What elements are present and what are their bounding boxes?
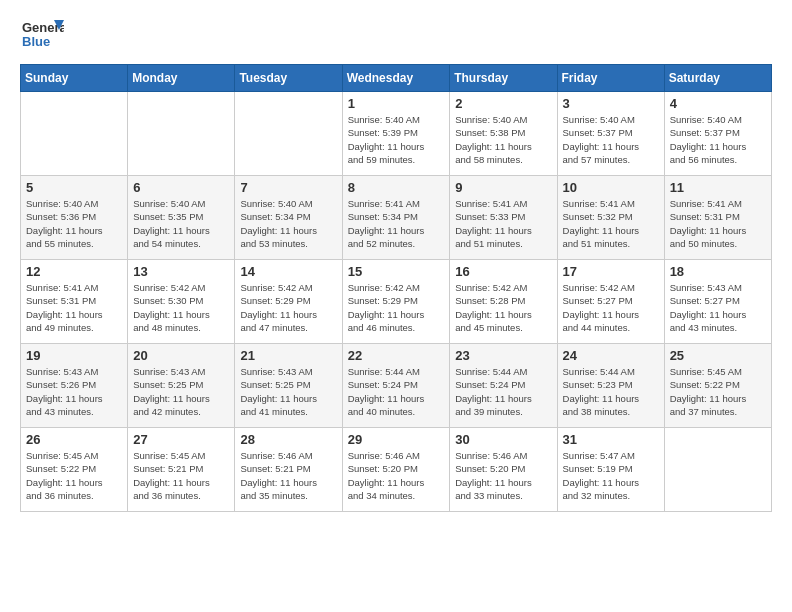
calendar-cell: 7Sunrise: 5:40 AM Sunset: 5:34 PM Daylig… — [235, 176, 342, 260]
day-info: Sunrise: 5:42 AM Sunset: 5:28 PM Dayligh… — [455, 281, 551, 334]
day-header-saturday: Saturday — [664, 65, 771, 92]
calendar-cell: 2Sunrise: 5:40 AM Sunset: 5:38 PM Daylig… — [450, 92, 557, 176]
calendar-cell — [235, 92, 342, 176]
day-header-tuesday: Tuesday — [235, 65, 342, 92]
day-number: 1 — [348, 96, 445, 111]
day-info: Sunrise: 5:43 AM Sunset: 5:25 PM Dayligh… — [133, 365, 229, 418]
day-number: 23 — [455, 348, 551, 363]
day-number: 31 — [563, 432, 659, 447]
day-info: Sunrise: 5:41 AM Sunset: 5:32 PM Dayligh… — [563, 197, 659, 250]
calendar-week-1: 5Sunrise: 5:40 AM Sunset: 5:36 PM Daylig… — [21, 176, 772, 260]
calendar-cell: 11Sunrise: 5:41 AM Sunset: 5:31 PM Dayli… — [664, 176, 771, 260]
day-info: Sunrise: 5:43 AM Sunset: 5:26 PM Dayligh… — [26, 365, 122, 418]
calendar-cell: 20Sunrise: 5:43 AM Sunset: 5:25 PM Dayli… — [128, 344, 235, 428]
day-info: Sunrise: 5:42 AM Sunset: 5:30 PM Dayligh… — [133, 281, 229, 334]
day-info: Sunrise: 5:42 AM Sunset: 5:29 PM Dayligh… — [240, 281, 336, 334]
day-number: 4 — [670, 96, 766, 111]
calendar-cell: 14Sunrise: 5:42 AM Sunset: 5:29 PM Dayli… — [235, 260, 342, 344]
day-info: Sunrise: 5:45 AM Sunset: 5:21 PM Dayligh… — [133, 449, 229, 502]
calendar-cell — [21, 92, 128, 176]
calendar-cell: 27Sunrise: 5:45 AM Sunset: 5:21 PM Dayli… — [128, 428, 235, 512]
calendar-cell — [128, 92, 235, 176]
day-info: Sunrise: 5:44 AM Sunset: 5:23 PM Dayligh… — [563, 365, 659, 418]
day-number: 10 — [563, 180, 659, 195]
calendar-cell: 31Sunrise: 5:47 AM Sunset: 5:19 PM Dayli… — [557, 428, 664, 512]
day-number: 20 — [133, 348, 229, 363]
calendar-week-3: 19Sunrise: 5:43 AM Sunset: 5:26 PM Dayli… — [21, 344, 772, 428]
day-info: Sunrise: 5:41 AM Sunset: 5:31 PM Dayligh… — [670, 197, 766, 250]
calendar-cell: 22Sunrise: 5:44 AM Sunset: 5:24 PM Dayli… — [342, 344, 450, 428]
day-info: Sunrise: 5:45 AM Sunset: 5:22 PM Dayligh… — [26, 449, 122, 502]
logo: General Blue — [20, 16, 64, 56]
day-info: Sunrise: 5:44 AM Sunset: 5:24 PM Dayligh… — [348, 365, 445, 418]
calendar-cell: 17Sunrise: 5:42 AM Sunset: 5:27 PM Dayli… — [557, 260, 664, 344]
day-number: 18 — [670, 264, 766, 279]
calendar-cell: 1Sunrise: 5:40 AM Sunset: 5:39 PM Daylig… — [342, 92, 450, 176]
calendar-cell: 25Sunrise: 5:45 AM Sunset: 5:22 PM Dayli… — [664, 344, 771, 428]
day-info: Sunrise: 5:43 AM Sunset: 5:27 PM Dayligh… — [670, 281, 766, 334]
day-info: Sunrise: 5:46 AM Sunset: 5:20 PM Dayligh… — [455, 449, 551, 502]
day-header-friday: Friday — [557, 65, 664, 92]
day-number: 6 — [133, 180, 229, 195]
day-number: 12 — [26, 264, 122, 279]
day-number: 25 — [670, 348, 766, 363]
calendar-week-4: 26Sunrise: 5:45 AM Sunset: 5:22 PM Dayli… — [21, 428, 772, 512]
day-info: Sunrise: 5:41 AM Sunset: 5:34 PM Dayligh… — [348, 197, 445, 250]
header: General Blue — [20, 16, 772, 56]
day-header-monday: Monday — [128, 65, 235, 92]
day-info: Sunrise: 5:43 AM Sunset: 5:25 PM Dayligh… — [240, 365, 336, 418]
day-info: Sunrise: 5:40 AM Sunset: 5:35 PM Dayligh… — [133, 197, 229, 250]
calendar-cell: 5Sunrise: 5:40 AM Sunset: 5:36 PM Daylig… — [21, 176, 128, 260]
calendar-cell: 6Sunrise: 5:40 AM Sunset: 5:35 PM Daylig… — [128, 176, 235, 260]
calendar-cell: 23Sunrise: 5:44 AM Sunset: 5:24 PM Dayli… — [450, 344, 557, 428]
calendar-cell: 16Sunrise: 5:42 AM Sunset: 5:28 PM Dayli… — [450, 260, 557, 344]
calendar-week-2: 12Sunrise: 5:41 AM Sunset: 5:31 PM Dayli… — [21, 260, 772, 344]
day-number: 28 — [240, 432, 336, 447]
day-number: 21 — [240, 348, 336, 363]
day-number: 5 — [26, 180, 122, 195]
day-info: Sunrise: 5:40 AM Sunset: 5:39 PM Dayligh… — [348, 113, 445, 166]
day-number: 27 — [133, 432, 229, 447]
logo-svg: General Blue — [20, 16, 64, 56]
calendar-cell: 9Sunrise: 5:41 AM Sunset: 5:33 PM Daylig… — [450, 176, 557, 260]
day-info: Sunrise: 5:42 AM Sunset: 5:29 PM Dayligh… — [348, 281, 445, 334]
day-info: Sunrise: 5:40 AM Sunset: 5:37 PM Dayligh… — [670, 113, 766, 166]
day-info: Sunrise: 5:40 AM Sunset: 5:38 PM Dayligh… — [455, 113, 551, 166]
day-header-thursday: Thursday — [450, 65, 557, 92]
day-info: Sunrise: 5:40 AM Sunset: 5:37 PM Dayligh… — [563, 113, 659, 166]
calendar-cell: 19Sunrise: 5:43 AM Sunset: 5:26 PM Dayli… — [21, 344, 128, 428]
calendar-header-row: SundayMondayTuesdayWednesdayThursdayFrid… — [21, 65, 772, 92]
day-number: 17 — [563, 264, 659, 279]
day-number: 11 — [670, 180, 766, 195]
day-number: 19 — [26, 348, 122, 363]
calendar-cell: 12Sunrise: 5:41 AM Sunset: 5:31 PM Dayli… — [21, 260, 128, 344]
calendar-cell: 15Sunrise: 5:42 AM Sunset: 5:29 PM Dayli… — [342, 260, 450, 344]
day-number: 13 — [133, 264, 229, 279]
svg-text:Blue: Blue — [22, 34, 50, 49]
calendar-cell: 26Sunrise: 5:45 AM Sunset: 5:22 PM Dayli… — [21, 428, 128, 512]
calendar-cell: 3Sunrise: 5:40 AM Sunset: 5:37 PM Daylig… — [557, 92, 664, 176]
day-info: Sunrise: 5:42 AM Sunset: 5:27 PM Dayligh… — [563, 281, 659, 334]
day-info: Sunrise: 5:46 AM Sunset: 5:21 PM Dayligh… — [240, 449, 336, 502]
day-info: Sunrise: 5:44 AM Sunset: 5:24 PM Dayligh… — [455, 365, 551, 418]
calendar-cell: 4Sunrise: 5:40 AM Sunset: 5:37 PM Daylig… — [664, 92, 771, 176]
day-header-wednesday: Wednesday — [342, 65, 450, 92]
day-header-sunday: Sunday — [21, 65, 128, 92]
day-number: 15 — [348, 264, 445, 279]
day-number: 29 — [348, 432, 445, 447]
day-info: Sunrise: 5:47 AM Sunset: 5:19 PM Dayligh… — [563, 449, 659, 502]
day-number: 7 — [240, 180, 336, 195]
day-info: Sunrise: 5:40 AM Sunset: 5:34 PM Dayligh… — [240, 197, 336, 250]
day-info: Sunrise: 5:46 AM Sunset: 5:20 PM Dayligh… — [348, 449, 445, 502]
calendar-cell: 29Sunrise: 5:46 AM Sunset: 5:20 PM Dayli… — [342, 428, 450, 512]
calendar-cell — [664, 428, 771, 512]
day-number: 24 — [563, 348, 659, 363]
calendar-cell: 18Sunrise: 5:43 AM Sunset: 5:27 PM Dayli… — [664, 260, 771, 344]
day-number: 9 — [455, 180, 551, 195]
day-info: Sunrise: 5:41 AM Sunset: 5:33 PM Dayligh… — [455, 197, 551, 250]
calendar-cell: 24Sunrise: 5:44 AM Sunset: 5:23 PM Dayli… — [557, 344, 664, 428]
day-info: Sunrise: 5:40 AM Sunset: 5:36 PM Dayligh… — [26, 197, 122, 250]
calendar-table: SundayMondayTuesdayWednesdayThursdayFrid… — [20, 64, 772, 512]
day-info: Sunrise: 5:45 AM Sunset: 5:22 PM Dayligh… — [670, 365, 766, 418]
day-number: 26 — [26, 432, 122, 447]
